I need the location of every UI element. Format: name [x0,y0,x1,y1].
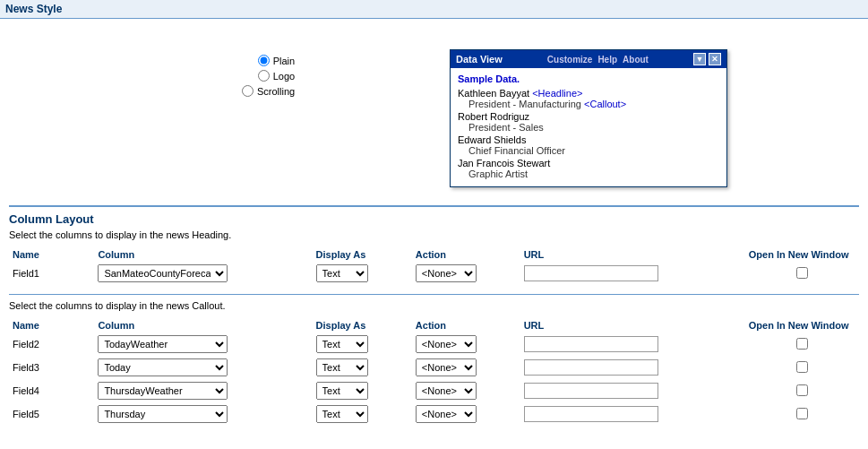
radio-logo[interactable]: Logo [258,70,295,82]
callout-column-select-3[interactable]: SanMateoCountyForecastTodayWeatherTodayT… [98,382,228,400]
callout-display-2[interactable]: TextImageLink [313,356,412,379]
person-1: Kathleen Bayyat <Headline> President - M… [458,88,719,109]
callout-open-2[interactable] [745,356,859,379]
callout-open-checkbox-1[interactable] [796,338,808,350]
callout-field-name-3: Field4 [9,379,94,402]
callout-url-input-2[interactable] [524,359,658,376]
callout-action-select-3[interactable]: <None>LinkPopup [416,382,477,400]
callout-field-column-4[interactable]: SanMateoCountyForecastTodayWeatherTodayT… [94,402,312,426]
callout-row-3: Field4SanMateoCountyForecastTodayWeather… [9,379,859,402]
heading-row-1: Field1 SanMateoCountyForecast TodayWeath… [9,262,859,285]
close-button[interactable]: ✕ [709,53,721,65]
column-layout-section: Column Layout Select the columns to disp… [0,205,868,435]
callout-url-1[interactable] [520,332,745,356]
heading-field1-display[interactable]: Text Image Link [313,262,412,285]
callout-action-2[interactable]: <None>LinkPopup [412,356,520,379]
callout-open-checkbox-2[interactable] [796,361,808,373]
callout-display-select-2[interactable]: TextImageLink [316,358,368,376]
help-link[interactable]: Help [597,55,617,65]
th-action: Action [412,247,520,262]
callout-action-select-2[interactable]: <None>LinkPopup [416,358,477,376]
radio-plain-input[interactable] [258,55,270,66]
callout-field-name-2: Field3 [9,356,94,379]
callout-column-select-2[interactable]: SanMateoCountyForecastTodayWeatherTodayT… [98,358,228,376]
heading-field1-name: Field1 [9,262,94,285]
callout-field-column-2[interactable]: SanMateoCountyForecastTodayWeatherTodayT… [94,356,312,379]
callout-open-3[interactable] [745,379,859,402]
callout-url-2[interactable] [520,356,745,379]
radio-scrolling-input[interactable] [242,85,254,97]
callout-field-column-1[interactable]: SanMateoCountyForecastTodayWeatherTodayT… [94,332,312,356]
callout-action-4[interactable]: <None>LinkPopup [412,402,520,426]
callout-open-checkbox-4[interactable] [796,408,808,419]
heading-field1-url[interactable] [520,262,745,285]
callout-th-open-new-window: Open In New Window [745,318,859,332]
callout-open-1[interactable] [745,332,859,356]
radio-logo-input[interactable] [258,70,270,82]
callout-th-column: Column [94,318,312,332]
header-controls: ▼ ✕ [693,53,721,65]
person-4-title: Graphic Artist [458,168,719,179]
customize-link[interactable]: Customize [547,55,593,65]
callout-column-select-4[interactable]: SanMateoCountyForecastTodayWeatherTodayT… [98,405,228,423]
data-view-content: Sample Data. Kathleen Bayyat <Headline> … [451,68,726,186]
callout-desc: Select the columns to display in the new… [9,300,859,311]
callout-th-action: Action [412,318,520,332]
heading-field1-column[interactable]: SanMateoCountyForecast TodayWeather Toda… [94,262,312,285]
heading-desc: Select the columns to display in the new… [9,229,859,240]
callout-open-checkbox-3[interactable] [796,384,808,396]
about-link[interactable]: About [623,55,649,65]
callout-display-1[interactable]: TextImageLink [313,332,412,356]
th-display-as: Display As [313,247,412,262]
callout-url-4[interactable] [520,402,745,426]
radio-plain-label: Plain [273,56,295,66]
person-1-title: President - Manufacturing <Callout> [458,99,719,109]
minimize-button[interactable]: ▼ [693,53,706,65]
callout-action-3[interactable]: <None>LinkPopup [412,379,520,402]
person-1-title-text: President - Manufacturing [468,99,581,109]
person-2: Robert Rodriguz President - Sales [458,111,719,133]
radio-logo-label: Logo [273,71,295,82]
person-2-name: Robert Rodriguz [458,111,529,122]
data-view-title: Data View [456,54,503,65]
th-name: Name [9,247,94,262]
callout-display-3[interactable]: TextImageLink [313,379,412,402]
heading-field1-open-checkbox[interactable] [796,267,808,279]
callout-action-1[interactable]: <None>LinkPopup [412,332,520,356]
callout-field-name-1: Field2 [9,332,94,356]
page-title: News Style [0,0,868,19]
callout-divider [9,294,859,295]
callout-field-column-3[interactable]: SanMateoCountyForecastTodayWeatherTodayT… [94,379,312,402]
callout-url-input-4[interactable] [524,406,658,422]
radio-scrolling-label: Scrolling [257,86,295,97]
data-view-header-links: Customize Help About [547,55,649,65]
callout-display-select-4[interactable]: TextImageLink [316,405,368,423]
callout-display-select-3[interactable]: TextImageLink [316,382,368,400]
person-1-name: Kathleen Bayyat [458,88,529,99]
person-4: Jan Francois Stewart Graphic Artist [458,158,719,179]
callout-url-3[interactable] [520,379,745,402]
callout-open-4[interactable] [745,402,859,426]
heading-field1-column-select[interactable]: SanMateoCountyForecast TodayWeather Toda… [98,264,228,282]
person-2-title: President - Sales [458,122,719,133]
person-3-name: Edward Shields [458,134,526,145]
callout-action-select-1[interactable]: <None>LinkPopup [416,335,477,353]
callout-url-input-3[interactable] [524,383,658,399]
callout-display-4[interactable]: TextImageLink [313,402,412,426]
radio-scrolling[interactable]: Scrolling [242,85,295,97]
heading-table: Name Column Display As Action URL Open I… [9,247,859,285]
callout-display-select-1[interactable]: TextImageLink [316,335,368,353]
heading-section-header: Column Layout Select the columns to disp… [9,205,859,240]
heading-field1-action-select[interactable]: <None> Link Popup [416,264,477,282]
callout-url-input-1[interactable] [524,336,658,352]
heading-field1-action[interactable]: <None> Link Popup [412,262,520,285]
person-3-title: Chief Financial Officer [458,145,719,156]
heading-field1-display-select[interactable]: Text Image Link [316,264,368,282]
radio-plain[interactable]: Plain [258,55,295,66]
callout-th-name: Name [9,318,94,332]
heading-field1-url-input[interactable] [524,265,658,281]
callout-th-display-as: Display As [313,318,412,332]
callout-action-select-4[interactable]: <None>LinkPopup [416,405,477,423]
heading-field1-open[interactable] [745,262,859,285]
callout-column-select-1[interactable]: SanMateoCountyForecastTodayWeatherTodayT… [98,335,228,353]
